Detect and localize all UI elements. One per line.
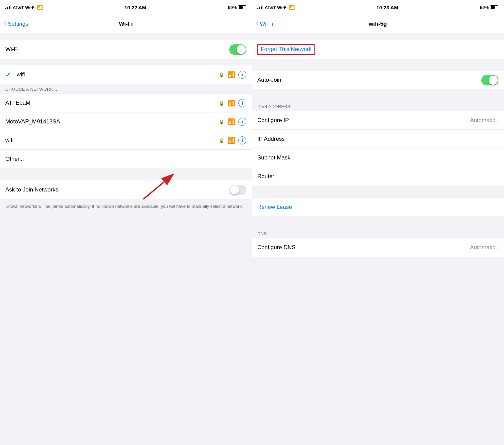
back-chevron-icon: ‹ bbox=[256, 19, 258, 28]
connected-network-name: wifi- bbox=[17, 71, 27, 78]
lock-icon: 🔒 bbox=[219, 72, 224, 77]
back-label: Wi-Fi bbox=[260, 21, 273, 27]
choose-network-header: CHOOSE A NETWORK... bbox=[0, 84, 252, 94]
right-status-left: AT&T Wi-Fi 📶 bbox=[257, 5, 295, 10]
auto-join-section: Auto-Join bbox=[252, 71, 504, 89]
right-content: Forget This Network Auto-Join IPV4 ADDRE… bbox=[252, 33, 504, 445]
dns-header: DNS bbox=[252, 229, 504, 238]
router-row: Router bbox=[252, 167, 504, 186]
wifi-back-button[interactable]: ‹ Wi-Fi bbox=[256, 20, 273, 28]
wifi-icon: 📶 bbox=[228, 99, 235, 107]
router-label: Router bbox=[257, 173, 274, 180]
lock-icon: 🔒 bbox=[219, 100, 224, 106]
left-status-right: 59% bbox=[228, 5, 246, 10]
left-panel: AT&T Wi-Fi 📶 10:22 AM 59% ‹ Settings Wi-… bbox=[0, 0, 252, 445]
connected-network-icons: 🔒 📶 i bbox=[219, 71, 246, 79]
ask-join-section: Ask to Join Networks bbox=[0, 180, 252, 199]
left-time: 10:22 AM bbox=[124, 5, 146, 10]
network-name-3: wifi bbox=[5, 137, 14, 144]
auto-join-row: Auto-Join bbox=[252, 71, 504, 89]
network-name-1: ATTEpaM bbox=[5, 100, 30, 106]
configure-dns-value: Automatic › bbox=[470, 244, 498, 251]
ask-join-row: Ask to Join Networks bbox=[0, 180, 252, 199]
ask-join-toggle[interactable] bbox=[229, 185, 246, 195]
info-button-1[interactable]: i bbox=[238, 99, 246, 107]
carrier-label: AT&T Wi-Fi bbox=[13, 5, 36, 10]
battery-icon bbox=[490, 5, 498, 9]
footer-note: Known networks will be joined automatica… bbox=[0, 199, 252, 214]
info-button-2[interactable]: i bbox=[238, 118, 246, 126]
back-label: Settings bbox=[8, 21, 28, 27]
lock-icon: 🔒 bbox=[219, 138, 224, 143]
right-panel: AT&T Wi-Fi 📶 10:23 AM 59% ‹ Wi-Fi wifi-5… bbox=[252, 0, 504, 445]
wifi-strength-icon: 📶 bbox=[228, 71, 235, 78]
auto-join-label: Auto-Join bbox=[257, 77, 281, 83]
wifi-label: Wi-Fi bbox=[5, 46, 19, 53]
wifi-toggle-row: Wi-Fi bbox=[0, 40, 252, 59]
forget-network-row[interactable]: Forget This Network bbox=[252, 40, 504, 59]
connected-network-section: ✓ wifi- 🔒 📶 i bbox=[0, 65, 252, 84]
right-time: 10:23 AM bbox=[376, 5, 398, 10]
signal-icon bbox=[5, 5, 11, 9]
wifi-icon: 📶 bbox=[228, 137, 235, 144]
signal-icon bbox=[257, 5, 263, 9]
network-list: ATTEpaM 🔒 📶 i MotoVAP_M91413SA 🔒 📶 i bbox=[0, 94, 252, 168]
left-status-bar: AT&T Wi-Fi 📶 10:22 AM 59% bbox=[0, 0, 252, 15]
ipv4-section: Configure IP Automatic › IP Address Subn… bbox=[252, 111, 504, 186]
right-nav-title: wifi-5g bbox=[369, 21, 387, 27]
configure-ip-row[interactable]: Configure IP Automatic › bbox=[252, 111, 504, 130]
forget-network-annotation-box: Forget This Network bbox=[257, 44, 315, 55]
battery-pct: 59% bbox=[228, 5, 237, 10]
list-item[interactable]: ATTEpaM 🔒 📶 i bbox=[0, 94, 252, 112]
network-name-2: MotoVAP_M91413SA bbox=[5, 118, 60, 125]
wifi-status-icon: 📶 bbox=[37, 5, 43, 10]
left-nav-title: Wi-Fi bbox=[119, 21, 133, 27]
list-item[interactable]: MotoVAP_M91413SA 🔒 📶 i bbox=[0, 112, 252, 131]
ask-join-label: Ask to Join Networks bbox=[5, 186, 58, 193]
renew-lease-row[interactable]: Renew Lease bbox=[252, 198, 504, 216]
chevron-right-icon: › bbox=[497, 245, 498, 251]
configure-ip-label: Configure IP bbox=[257, 117, 289, 124]
wifi-status-icon: 📶 bbox=[289, 5, 295, 10]
dns-section: Configure DNS Automatic › bbox=[252, 238, 504, 257]
ipv4-header: IPV4 ADDRESS bbox=[252, 101, 504, 111]
right-status-right: 59% bbox=[480, 5, 498, 10]
wifi-toggle[interactable] bbox=[229, 44, 246, 55]
connected-checkmark-icon: ✓ bbox=[5, 71, 13, 79]
back-chevron-icon: ‹ bbox=[4, 19, 6, 28]
ip-address-label: IP Address bbox=[257, 136, 285, 142]
right-status-bar: AT&T Wi-Fi 📶 10:23 AM 59% bbox=[252, 0, 504, 15]
renew-lease-section: Renew Lease bbox=[252, 198, 504, 216]
configure-dns-label: Configure DNS bbox=[257, 244, 295, 251]
forget-network-section: Forget This Network bbox=[252, 40, 504, 59]
list-item[interactable]: wifi 🔒 📶 i bbox=[0, 131, 252, 150]
left-status-left: AT&T Wi-Fi 📶 bbox=[5, 5, 43, 10]
list-item[interactable]: Other... bbox=[0, 150, 252, 168]
renew-lease-label: Renew Lease bbox=[257, 204, 292, 210]
forget-network-label: Forget This Network bbox=[261, 46, 312, 52]
other-networks-label: Other... bbox=[5, 156, 24, 162]
chevron-right-icon: › bbox=[497, 117, 498, 123]
configure-ip-value: Automatic › bbox=[470, 117, 498, 124]
settings-back-button[interactable]: ‹ Settings bbox=[4, 20, 28, 28]
subnet-mask-row: Subnet Mask bbox=[252, 148, 504, 167]
ip-address-row: IP Address bbox=[252, 130, 504, 148]
lock-icon: 🔒 bbox=[219, 119, 224, 124]
auto-join-toggle[interactable] bbox=[481, 75, 498, 85]
wifi-section: Wi-Fi bbox=[0, 40, 252, 59]
left-content: Wi-Fi ✓ wifi- 🔒 📶 i bbox=[0, 33, 252, 445]
subnet-mask-label: Subnet Mask bbox=[257, 154, 290, 161]
carrier-label: AT&T Wi-Fi bbox=[265, 5, 288, 10]
connected-network-row[interactable]: ✓ wifi- 🔒 📶 i bbox=[0, 65, 252, 84]
info-button-3[interactable]: i bbox=[238, 136, 246, 144]
left-nav-bar: ‹ Settings Wi-Fi bbox=[0, 15, 252, 33]
wifi-icon: 📶 bbox=[228, 118, 235, 125]
right-nav-bar: ‹ Wi-Fi wifi-5g bbox=[252, 15, 504, 33]
battery-icon bbox=[238, 5, 246, 9]
configure-dns-row[interactable]: Configure DNS Automatic › bbox=[252, 238, 504, 257]
battery-pct: 59% bbox=[480, 5, 489, 10]
connected-info-button[interactable]: i bbox=[238, 71, 246, 79]
